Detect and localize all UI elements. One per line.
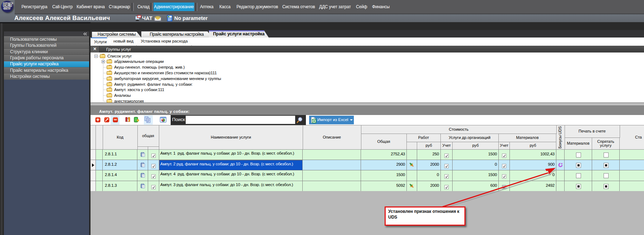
svg-text:$: $ [127,119,129,122]
